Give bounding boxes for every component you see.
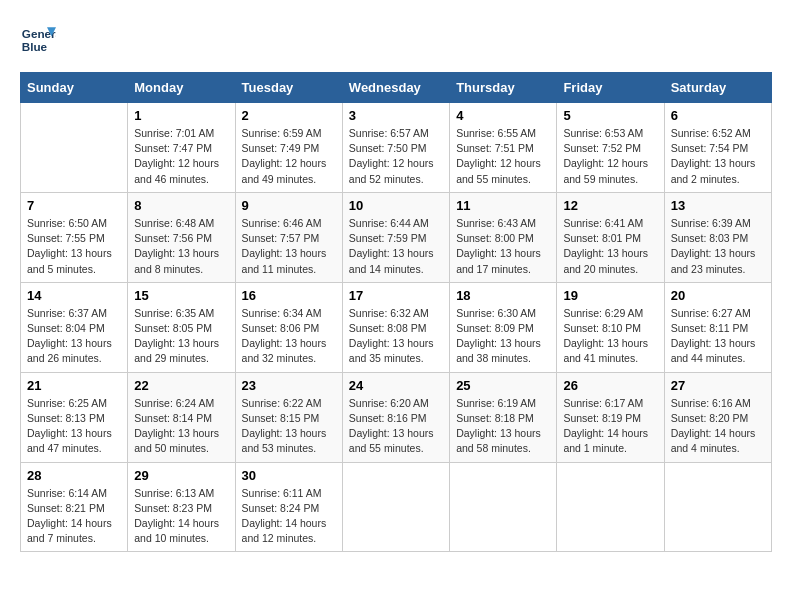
- day-info: Sunrise: 6:48 AMSunset: 7:56 PMDaylight:…: [134, 216, 228, 277]
- day-cell: 24Sunrise: 6:20 AMSunset: 8:16 PMDayligh…: [342, 372, 449, 462]
- day-info: Sunrise: 6:11 AMSunset: 8:24 PMDaylight:…: [242, 486, 336, 547]
- day-number: 22: [134, 378, 228, 393]
- day-info: Sunrise: 6:44 AMSunset: 7:59 PMDaylight:…: [349, 216, 443, 277]
- day-info: Sunrise: 6:13 AMSunset: 8:23 PMDaylight:…: [134, 486, 228, 547]
- day-number: 8: [134, 198, 228, 213]
- day-cell: 2Sunrise: 6:59 AMSunset: 7:49 PMDaylight…: [235, 103, 342, 193]
- day-cell: [664, 462, 771, 552]
- day-number: 29: [134, 468, 228, 483]
- day-number: 20: [671, 288, 765, 303]
- day-info: Sunrise: 6:32 AMSunset: 8:08 PMDaylight:…: [349, 306, 443, 367]
- day-info: Sunrise: 6:27 AMSunset: 8:11 PMDaylight:…: [671, 306, 765, 367]
- day-number: 6: [671, 108, 765, 123]
- day-cell: 13Sunrise: 6:39 AMSunset: 8:03 PMDayligh…: [664, 192, 771, 282]
- day-info: Sunrise: 6:41 AMSunset: 8:01 PMDaylight:…: [563, 216, 657, 277]
- day-info: Sunrise: 6:14 AMSunset: 8:21 PMDaylight:…: [27, 486, 121, 547]
- day-info: Sunrise: 6:57 AMSunset: 7:50 PMDaylight:…: [349, 126, 443, 187]
- day-info: Sunrise: 6:53 AMSunset: 7:52 PMDaylight:…: [563, 126, 657, 187]
- logo: General Blue: [20, 20, 60, 56]
- day-cell: 28Sunrise: 6:14 AMSunset: 8:21 PMDayligh…: [21, 462, 128, 552]
- day-info: Sunrise: 6:24 AMSunset: 8:14 PMDaylight:…: [134, 396, 228, 457]
- day-number: 23: [242, 378, 336, 393]
- header-day-monday: Monday: [128, 73, 235, 103]
- day-number: 3: [349, 108, 443, 123]
- day-cell: 12Sunrise: 6:41 AMSunset: 8:01 PMDayligh…: [557, 192, 664, 282]
- day-cell: 21Sunrise: 6:25 AMSunset: 8:13 PMDayligh…: [21, 372, 128, 462]
- week-row-5: 28Sunrise: 6:14 AMSunset: 8:21 PMDayligh…: [21, 462, 772, 552]
- day-cell: 18Sunrise: 6:30 AMSunset: 8:09 PMDayligh…: [450, 282, 557, 372]
- page-header: General Blue: [20, 20, 772, 56]
- day-cell: 22Sunrise: 6:24 AMSunset: 8:14 PMDayligh…: [128, 372, 235, 462]
- day-cell: 27Sunrise: 6:16 AMSunset: 8:20 PMDayligh…: [664, 372, 771, 462]
- day-cell: 7Sunrise: 6:50 AMSunset: 7:55 PMDaylight…: [21, 192, 128, 282]
- day-cell: 23Sunrise: 6:22 AMSunset: 8:15 PMDayligh…: [235, 372, 342, 462]
- day-info: Sunrise: 6:20 AMSunset: 8:16 PMDaylight:…: [349, 396, 443, 457]
- day-number: 13: [671, 198, 765, 213]
- day-cell: 3Sunrise: 6:57 AMSunset: 7:50 PMDaylight…: [342, 103, 449, 193]
- day-cell: [342, 462, 449, 552]
- day-info: Sunrise: 6:55 AMSunset: 7:51 PMDaylight:…: [456, 126, 550, 187]
- day-info: Sunrise: 6:22 AMSunset: 8:15 PMDaylight:…: [242, 396, 336, 457]
- header-day-tuesday: Tuesday: [235, 73, 342, 103]
- header-day-thursday: Thursday: [450, 73, 557, 103]
- week-row-3: 14Sunrise: 6:37 AMSunset: 8:04 PMDayligh…: [21, 282, 772, 372]
- header-row: SundayMondayTuesdayWednesdayThursdayFrid…: [21, 73, 772, 103]
- day-info: Sunrise: 6:17 AMSunset: 8:19 PMDaylight:…: [563, 396, 657, 457]
- header-day-sunday: Sunday: [21, 73, 128, 103]
- day-number: 17: [349, 288, 443, 303]
- day-number: 10: [349, 198, 443, 213]
- day-cell: 30Sunrise: 6:11 AMSunset: 8:24 PMDayligh…: [235, 462, 342, 552]
- day-info: Sunrise: 6:46 AMSunset: 7:57 PMDaylight:…: [242, 216, 336, 277]
- day-cell: 11Sunrise: 6:43 AMSunset: 8:00 PMDayligh…: [450, 192, 557, 282]
- day-number: 7: [27, 198, 121, 213]
- week-row-1: 1Sunrise: 7:01 AMSunset: 7:47 PMDaylight…: [21, 103, 772, 193]
- day-cell: 9Sunrise: 6:46 AMSunset: 7:57 PMDaylight…: [235, 192, 342, 282]
- day-cell: 16Sunrise: 6:34 AMSunset: 8:06 PMDayligh…: [235, 282, 342, 372]
- calendar-table: SundayMondayTuesdayWednesdayThursdayFrid…: [20, 72, 772, 552]
- day-info: Sunrise: 6:43 AMSunset: 8:00 PMDaylight:…: [456, 216, 550, 277]
- day-number: 24: [349, 378, 443, 393]
- day-info: Sunrise: 6:59 AMSunset: 7:49 PMDaylight:…: [242, 126, 336, 187]
- day-number: 28: [27, 468, 121, 483]
- day-number: 21: [27, 378, 121, 393]
- day-cell: 19Sunrise: 6:29 AMSunset: 8:10 PMDayligh…: [557, 282, 664, 372]
- day-cell: 1Sunrise: 7:01 AMSunset: 7:47 PMDaylight…: [128, 103, 235, 193]
- day-info: Sunrise: 6:29 AMSunset: 8:10 PMDaylight:…: [563, 306, 657, 367]
- day-cell: 20Sunrise: 6:27 AMSunset: 8:11 PMDayligh…: [664, 282, 771, 372]
- day-info: Sunrise: 6:16 AMSunset: 8:20 PMDaylight:…: [671, 396, 765, 457]
- day-info: Sunrise: 6:25 AMSunset: 8:13 PMDaylight:…: [27, 396, 121, 457]
- week-row-4: 21Sunrise: 6:25 AMSunset: 8:13 PMDayligh…: [21, 372, 772, 462]
- day-info: Sunrise: 6:30 AMSunset: 8:09 PMDaylight:…: [456, 306, 550, 367]
- day-cell: 25Sunrise: 6:19 AMSunset: 8:18 PMDayligh…: [450, 372, 557, 462]
- day-number: 1: [134, 108, 228, 123]
- day-number: 27: [671, 378, 765, 393]
- svg-text:Blue: Blue: [22, 40, 48, 53]
- day-cell: 26Sunrise: 6:17 AMSunset: 8:19 PMDayligh…: [557, 372, 664, 462]
- day-cell: 10Sunrise: 6:44 AMSunset: 7:59 PMDayligh…: [342, 192, 449, 282]
- header-day-saturday: Saturday: [664, 73, 771, 103]
- day-info: Sunrise: 6:50 AMSunset: 7:55 PMDaylight:…: [27, 216, 121, 277]
- day-info: Sunrise: 6:37 AMSunset: 8:04 PMDaylight:…: [27, 306, 121, 367]
- day-number: 4: [456, 108, 550, 123]
- day-cell: [450, 462, 557, 552]
- day-number: 30: [242, 468, 336, 483]
- day-cell: 29Sunrise: 6:13 AMSunset: 8:23 PMDayligh…: [128, 462, 235, 552]
- header-day-wednesday: Wednesday: [342, 73, 449, 103]
- day-cell: 4Sunrise: 6:55 AMSunset: 7:51 PMDaylight…: [450, 103, 557, 193]
- day-number: 11: [456, 198, 550, 213]
- day-info: Sunrise: 6:52 AMSunset: 7:54 PMDaylight:…: [671, 126, 765, 187]
- day-number: 14: [27, 288, 121, 303]
- day-info: Sunrise: 6:34 AMSunset: 8:06 PMDaylight:…: [242, 306, 336, 367]
- day-number: 15: [134, 288, 228, 303]
- day-cell: 5Sunrise: 6:53 AMSunset: 7:52 PMDaylight…: [557, 103, 664, 193]
- day-cell: 15Sunrise: 6:35 AMSunset: 8:05 PMDayligh…: [128, 282, 235, 372]
- day-number: 2: [242, 108, 336, 123]
- day-info: Sunrise: 6:19 AMSunset: 8:18 PMDaylight:…: [456, 396, 550, 457]
- day-number: 18: [456, 288, 550, 303]
- day-cell: 17Sunrise: 6:32 AMSunset: 8:08 PMDayligh…: [342, 282, 449, 372]
- day-number: 25: [456, 378, 550, 393]
- week-row-2: 7Sunrise: 6:50 AMSunset: 7:55 PMDaylight…: [21, 192, 772, 282]
- day-cell: 14Sunrise: 6:37 AMSunset: 8:04 PMDayligh…: [21, 282, 128, 372]
- logo-icon: General Blue: [20, 20, 56, 56]
- day-info: Sunrise: 7:01 AMSunset: 7:47 PMDaylight:…: [134, 126, 228, 187]
